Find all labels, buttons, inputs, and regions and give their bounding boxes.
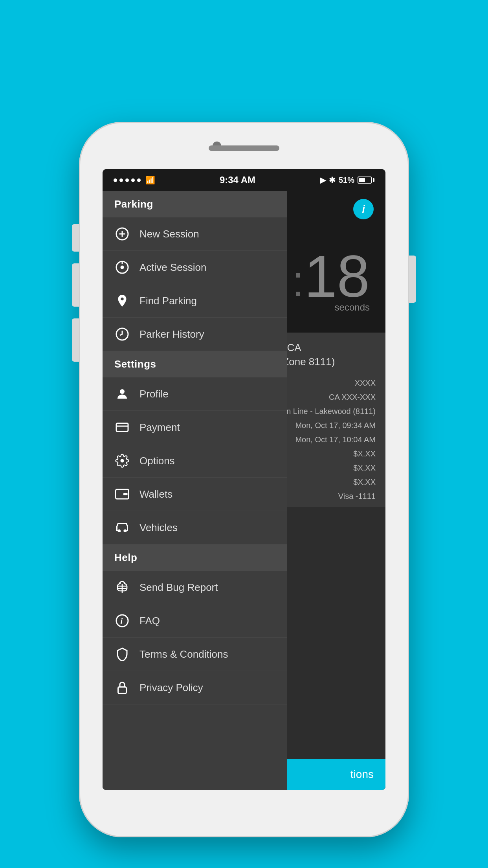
timer-unit-label: seconds [335,302,370,313]
svg-text:i: i [121,617,123,625]
parker-history-label: Parker History [139,328,204,340]
menu-item-vehicles[interactable]: Vehicles [103,511,287,544]
bluetooth-icon: ✱ [329,175,336,185]
bug-icon [114,579,130,595]
svg-point-13 [118,530,121,532]
drawer-menu: Parking New Session Active Session [103,191,287,790]
terms-icon [114,646,130,662]
find-parking-label: Find Parking [139,295,197,307]
signal-dot-4 [131,178,135,182]
menu-item-options[interactable]: Options [103,444,287,478]
new-session-icon [114,226,130,242]
mute-button [72,224,79,252]
status-bar: 📶 9:34 AM ▶ ✱ 51% [103,169,385,191]
menu-item-wallets[interactable]: Wallets [103,478,287,511]
signal-dot-5 [137,178,141,182]
active-session-label: Active Session [139,261,207,274]
parker-history-icon [114,326,130,342]
bottom-label: tions [350,768,374,781]
svg-point-14 [124,530,127,532]
menu-item-send-bug-report[interactable]: Send Bug Report [103,571,287,604]
terms-conditions-label: Terms & Conditions [139,648,228,660]
speaker [209,145,279,151]
svg-point-7 [120,389,125,394]
battery-percent: 51% [339,176,354,185]
vehicles-icon [114,520,130,535]
svg-rect-12 [123,493,128,495]
svg-point-10 [121,459,124,463]
menu-item-parker-history[interactable]: Parker History [103,318,287,351]
volume-up-button [72,263,79,307]
timer-seconds: 18 [304,247,370,306]
wallets-label: Wallets [139,488,172,500]
profile-icon [114,386,130,402]
send-bug-report-label: Send Bug Report [139,581,218,594]
menu-item-new-session[interactable]: New Session [103,217,287,251]
status-right: ▶ ✱ 51% [320,175,374,185]
signal-dot-2 [119,178,123,182]
vehicles-label: Vehicles [139,522,178,534]
privacy-policy-label: Privacy Policy [139,682,203,694]
phone-screen: 📶 9:34 AM ▶ ✱ 51% sio [103,169,385,790]
svg-rect-8 [116,423,128,432]
menu-item-terms-conditions[interactable]: Terms & Conditions [103,638,287,671]
svg-rect-19 [118,687,127,694]
payment-label: Payment [139,421,180,434]
options-label: Options [139,455,175,467]
privacy-icon [114,680,130,695]
parking-section-header: Parking [103,191,287,217]
payment-icon [114,419,130,435]
new-session-label: New Session [139,228,199,240]
active-session-icon [114,259,130,275]
signal-dot-3 [125,178,129,182]
menu-item-active-session[interactable]: Active Session [103,251,287,284]
volume-down-button [72,318,79,362]
status-left: 📶 [114,175,155,185]
help-section-header: Help [103,544,287,571]
signal-dot-1 [114,178,117,182]
info-button[interactable]: i [353,199,374,219]
status-time: 9:34 AM [220,175,255,186]
wifi-icon: 📶 [145,175,155,185]
svg-point-15 [119,582,121,584]
options-icon [114,453,130,469]
profile-label: Profile [139,388,169,400]
menu-item-privacy-policy[interactable]: Privacy Policy [103,671,287,704]
svg-point-16 [124,582,126,584]
location-icon: ▶ [320,175,326,185]
battery-icon [358,177,374,184]
screen-content: sion i : 18 seconds ney, CA od, Zone 811… [103,191,385,790]
find-parking-icon [114,293,130,309]
power-button [409,256,416,303]
menu-item-faq[interactable]: i FAQ [103,604,287,638]
faq-label: FAQ [139,615,160,627]
faq-icon: i [114,613,130,629]
settings-section-header: Settings [103,351,287,377]
menu-item-find-parking[interactable]: Find Parking [103,284,287,318]
menu-item-payment[interactable]: Payment [103,411,287,444]
svg-point-4 [121,266,124,269]
menu-item-profile[interactable]: Profile [103,377,287,411]
wallets-icon [114,486,130,502]
phone-device: 📶 9:34 AM ▶ ✱ 51% sio [79,122,409,837]
